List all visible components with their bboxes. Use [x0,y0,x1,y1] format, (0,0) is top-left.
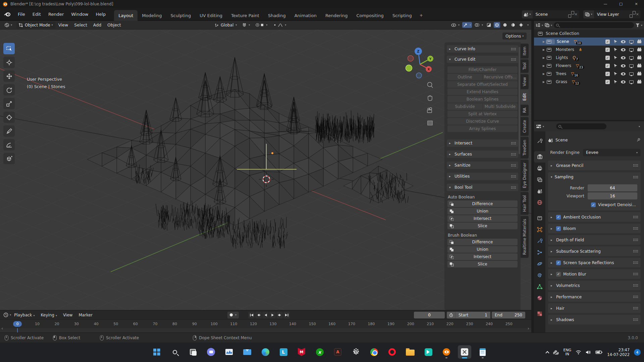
shading-wireframe-button[interactable] [494,22,500,28]
xbox-button[interactable]: x [313,345,326,359]
panel-checkbox[interactable]: ✓ [556,260,561,265]
blender-menu-icon[interactable] [4,12,11,17]
tab-material[interactable] [534,292,545,304]
disable-viewport-icon[interactable] [629,72,634,75]
view-layer-selector[interactable]: ▾ View Layer × [583,10,641,18]
outliner-filter-type-dropdown[interactable]: ▾ [545,23,552,27]
properties-panel-header[interactable]: ▸ ✓ Ambient Occlusion [548,212,641,222]
outliner-search-input[interactable] [554,22,634,28]
brush-difference-button[interactable]: Difference [447,239,518,245]
gizmo-y-neg[interactable] [406,65,412,71]
previous-keyframe-button[interactable] [255,312,262,318]
proportional-editing-dropdown[interactable]: ▾ [272,22,287,28]
expand-icon[interactable]: ▶ [543,48,547,51]
topbar-menu[interactable]: Edit [29,8,45,21]
tab-particles[interactable] [534,247,545,258]
brush-intersect-button[interactable]: Intersect [447,253,518,260]
outliner-row[interactable]: ▶ Trees 16 ✓ [534,70,644,78]
extend-handles-button[interactable]: Extend Handles [447,88,518,95]
panel-checkbox[interactable]: ✓ [556,215,561,220]
play-button[interactable] [269,312,276,318]
npanel-tab[interactable]: View [521,74,529,89]
expand-icon[interactable]: ▶ [543,64,547,67]
outliner-row[interactable]: ▶ Flowers 23 ✓ [534,62,644,70]
panel-bool-tool[interactable]: ▾Bool Tool [447,184,518,191]
search-button[interactable] [168,345,181,359]
drag-grip-icon[interactable] [633,273,638,276]
npanel-tab[interactable]: Edit [521,90,529,104]
auto-keying-button[interactable]: ▾ [227,312,239,318]
outliner-row[interactable]: ▶ Grass 12 ✓ [534,78,644,86]
disable-render-icon[interactable] [637,49,641,51]
selectable-icon[interactable] [613,80,617,84]
chrome-button[interactable] [367,345,381,359]
npanel-scrollbar[interactable] [519,47,520,154]
topbar-menu[interactable]: File [14,8,29,21]
edge-button[interactable] [259,345,272,359]
mcafee-button[interactable]: M [295,345,308,359]
frame-start-field[interactable]: Start1 [455,312,490,318]
recursive-offset-button[interactable]: Recursive Offs... [483,74,518,80]
viewport-menu[interactable]: Add [90,22,104,27]
npanel-tab[interactable]: Hair Tool [521,192,529,215]
topbar-menu[interactable]: Window [67,8,92,21]
properties-panel-header[interactable]: ▸ ✓ Hair [548,303,641,313]
tab-scene[interactable] [534,185,545,197]
viewport-menu[interactable]: Object [104,22,124,27]
npanel-tab[interactable]: TreeGen [521,137,529,159]
transform-tool[interactable] [3,112,15,123]
array-splines-button[interactable]: Array Splines [447,125,518,132]
task-manager-button[interactable] [222,345,236,359]
timeline-editor-type-button[interactable]: ▾ [3,312,11,317]
workspace-tab[interactable]: Modeling [138,10,166,21]
tab-object[interactable] [534,224,545,235]
npanel-tab[interactable]: Eye Designer [521,160,529,191]
panel-curve-edit[interactable]: ▾Curve Edit [447,56,518,63]
transform-orientation-dropdown[interactable]: Global▾ [214,22,238,28]
disable-viewport-icon[interactable] [629,80,634,83]
settings-button[interactable] [349,345,363,359]
task-view-button[interactable] [186,345,200,359]
workspace-tab[interactable]: Animation [290,10,321,21]
topbar-menu[interactable]: Help [92,8,110,21]
hide-eye-icon[interactable] [621,56,626,59]
keying-menu[interactable]: Keying▾ [38,313,60,317]
split-at-vertex-button[interactable]: Split at Vertex [447,111,518,117]
shading-material-button[interactable] [510,22,516,28]
disable-viewport-icon[interactable] [629,56,634,59]
drag-grip-icon[interactable] [633,250,638,253]
sampling-render-field[interactable]: 64 [588,184,637,191]
disable-render-icon[interactable] [637,57,641,59]
brush-slice-button[interactable]: Slice [447,261,518,267]
shading-solid-button[interactable] [502,22,508,28]
drag-grip-icon[interactable] [633,318,638,321]
workspace-tab[interactable]: UV Editing [195,10,227,21]
npanel-tab[interactable]: RA [521,105,529,116]
properties-options-dropdown[interactable]: ▾ [639,125,640,128]
panel-intersect[interactable]: ▸Intersect [447,139,518,147]
tab-collection[interactable] [534,213,545,224]
outliner-row[interactable]: ▶ Lights 7 ✓ [534,54,644,62]
overlays-dropdown[interactable]: ▾ [474,22,484,27]
workspace-tab[interactable]: Rendering [321,10,352,21]
select-box-tool[interactable] [3,43,15,54]
properties-panel-header[interactable]: ▸ ✓ Subsurface Scattering [548,246,641,256]
notepad-button[interactable] [476,345,489,359]
playhead[interactable] [17,328,18,333]
workspace-tab[interactable]: Texture Paint [227,10,264,21]
npanel-tab[interactable]: Create [521,117,529,136]
visibility-dropdown[interactable]: ▾ [450,23,461,27]
topbar-menu[interactable]: Render [45,8,67,21]
auto-slice-button[interactable]: Slice [447,223,518,229]
separate-offset-button[interactable]: Separate Offset/Selected [447,81,518,88]
notification-badge[interactable]: 4 [634,349,641,356]
language-indicator[interactable]: ENGIN [563,348,571,357]
scene-selector[interactable]: ▾ Scene × [522,10,579,18]
blender-taskbar-button[interactable] [440,345,453,359]
sampling-viewport-field[interactable]: 16 [588,192,637,199]
panel-checkbox[interactable]: ✓ [556,226,561,231]
playback-menu[interactable]: Playback▾ [11,313,38,317]
scale-tool[interactable] [3,98,15,109]
outliner-filter-dropdown[interactable]: ▾ [636,23,642,27]
exclude-checkbox[interactable]: ✓ [605,40,610,44]
